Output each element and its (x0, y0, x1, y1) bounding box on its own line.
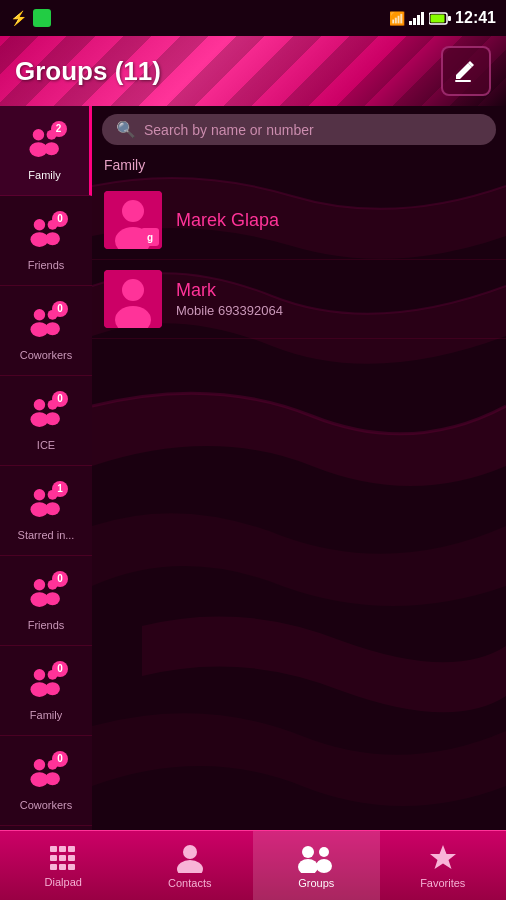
coworkers-icon-wrap-7: 0 (24, 751, 68, 795)
svg-rect-3 (421, 12, 424, 25)
svg-point-11 (44, 142, 59, 155)
svg-point-20 (34, 399, 45, 410)
contact-info-0: Marek Glapa (176, 210, 494, 231)
svg-rect-52 (68, 855, 75, 861)
usb-icon: ⚡ (10, 10, 27, 26)
svg-rect-48 (59, 846, 66, 852)
sidebar: 2 Family 0 Friends (0, 106, 92, 830)
sidebar-item-coworkers-2[interactable]: 0 Coworkers (0, 286, 92, 376)
svg-point-59 (298, 859, 318, 873)
svg-rect-53 (50, 864, 57, 870)
svg-marker-62 (430, 845, 456, 869)
nav-dialpad[interactable]: Dialpad (0, 831, 127, 900)
svg-point-28 (34, 579, 45, 590)
battery-icon (429, 12, 451, 25)
sidebar-item-family-6[interactable]: 0 Family (0, 646, 92, 736)
edit-button[interactable] (441, 46, 491, 96)
avatar-person-svg-1 (104, 270, 162, 328)
sidebar-label-6: Family (30, 709, 62, 721)
nav-contacts-label: Contacts (168, 877, 211, 889)
nav-groups-label: Groups (298, 877, 334, 889)
nav-dialpad-label: Dialpad (45, 876, 82, 888)
dialpad-icon (48, 844, 78, 872)
sidebar-item-ice-3[interactable]: 0 ICE (0, 376, 92, 466)
contact-list-area: 🔍 Family g Marek Glapa (92, 106, 506, 830)
svg-point-60 (319, 847, 329, 857)
sidebar-badge-6: 0 (52, 661, 68, 677)
nav-contacts[interactable]: Contacts (127, 831, 254, 900)
sidebar-label-7: Coworkers (20, 799, 73, 811)
contact-name-1: Mark (176, 280, 494, 301)
add-group-button[interactable]: + (0, 826, 92, 830)
contact-avatar-1 (104, 270, 162, 328)
svg-point-32 (34, 669, 45, 680)
nav-groups[interactable]: Groups (253, 831, 380, 900)
groups-icon (298, 843, 334, 873)
svg-rect-51 (59, 855, 66, 861)
svg-point-36 (34, 759, 45, 770)
svg-rect-55 (68, 864, 75, 870)
svg-point-8 (32, 129, 43, 140)
sidebar-badge-3: 0 (52, 391, 68, 407)
svg-rect-47 (50, 846, 57, 852)
sidebar-item-family-0[interactable]: 2 Family (0, 106, 92, 196)
svg-point-42 (122, 200, 144, 222)
favorites-star-icon (428, 843, 458, 873)
svg-point-27 (45, 502, 60, 515)
svg-point-58 (302, 846, 314, 858)
nav-favorites[interactable]: Favorites (380, 831, 507, 900)
app-icon (33, 9, 51, 27)
svg-point-35 (45, 682, 60, 695)
svg-point-39 (45, 772, 60, 785)
sidebar-badge-5: 0 (52, 571, 68, 587)
sidebar-label-0: Family (28, 169, 60, 181)
sidebar-badge-2: 0 (52, 301, 68, 317)
svg-rect-50 (50, 855, 57, 861)
friends-icon-wrap-1: 0 (24, 211, 68, 255)
contact-sub-1: Mobile 693392064 (176, 303, 494, 318)
svg-rect-0 (409, 21, 412, 25)
ice-icon-wrap-3: 0 (24, 391, 68, 435)
signal-icon (409, 11, 425, 25)
friends-icon-wrap-5: 0 (24, 571, 68, 615)
sidebar-badge-4: 1 (52, 481, 68, 497)
svg-point-57 (177, 860, 203, 873)
search-input-wrap[interactable]: 🔍 (102, 114, 496, 145)
starred-icon-wrap-4: 1 (24, 481, 68, 525)
contact-item-0[interactable]: g Marek Glapa (92, 181, 506, 260)
svg-point-23 (45, 412, 60, 425)
status-right-icons: 📶 12:41 (389, 9, 496, 27)
svg-rect-7 (455, 80, 471, 82)
svg-point-12 (34, 219, 45, 230)
family-icon-wrap-6: 0 (24, 661, 68, 705)
status-time: 12:41 (455, 9, 496, 27)
svg-point-16 (34, 309, 45, 320)
coworkers-icon-wrap-2: 0 (24, 301, 68, 345)
svg-rect-2 (417, 15, 420, 25)
svg-point-56 (183, 845, 197, 859)
sidebar-item-starred-4[interactable]: 1 Starred in... (0, 466, 92, 556)
sidebar-item-friends-5[interactable]: 0 Friends (0, 556, 92, 646)
google-badge-0: g (141, 228, 159, 246)
family-icon-wrap-0: 2 (23, 121, 67, 165)
sidebar-badge-1: 0 (52, 211, 68, 227)
search-input[interactable] (144, 122, 482, 138)
sidebar-label-4: Starred in... (18, 529, 75, 541)
svg-point-31 (45, 592, 60, 605)
contact-info-1: Mark Mobile 693392064 (176, 280, 494, 318)
contact-item-1[interactable]: Mark Mobile 693392064 (92, 260, 506, 339)
sidebar-item-friends-1[interactable]: 0 Friends (0, 196, 92, 286)
bottom-navigation: Dialpad Contacts Groups Favorites (0, 830, 506, 900)
sidebar-item-coworkers-7[interactable]: 0 Coworkers (0, 736, 92, 826)
search-icon: 🔍 (116, 120, 136, 139)
sidebar-label-5: Friends (28, 619, 65, 631)
svg-rect-5 (431, 14, 445, 22)
svg-point-15 (45, 232, 60, 245)
svg-rect-49 (68, 846, 75, 852)
sidebar-label-3: ICE (37, 439, 55, 451)
sidebar-badge-0: 2 (51, 121, 67, 137)
header-title: Groups (11) (15, 56, 161, 87)
nav-favorites-label: Favorites (420, 877, 465, 889)
search-bar: 🔍 (92, 106, 506, 153)
sidebar-badge-7: 0 (52, 751, 68, 767)
